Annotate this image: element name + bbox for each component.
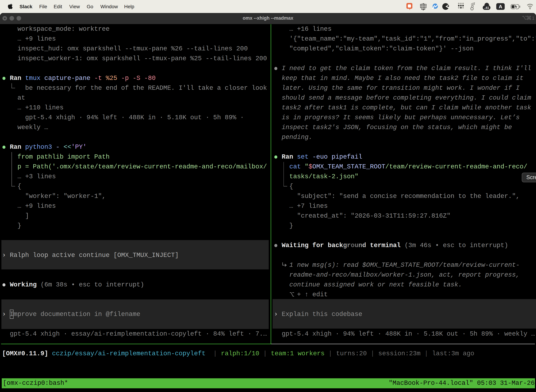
svg-text:1: 1 (532, 16, 534, 20)
svg-text:..61: ..61 (484, 6, 489, 9)
svg-text:A: A (499, 4, 502, 9)
